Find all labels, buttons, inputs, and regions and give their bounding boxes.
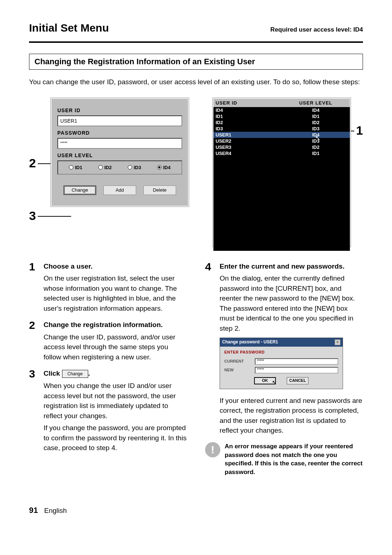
page-title: Initial Set Menu <box>29 22 109 34</box>
step-2-body: Change the user ID, password, and/or use… <box>44 332 187 362</box>
list-item-id[interactable]: USER3 <box>213 144 282 150</box>
access-level: Required user access level: ID4 <box>270 26 363 33</box>
callout-2: 2 <box>29 156 36 170</box>
list-item-id[interactable]: USER2 <box>213 138 282 144</box>
figure-row: 2 3 USER ID USER1 PASSWORD ***** USER LE… <box>29 98 363 247</box>
radio-icon <box>69 165 73 170</box>
list-item-level[interactable]: ID4 <box>282 107 350 113</box>
list-item-level[interactable]: ID3 <box>282 126 350 132</box>
list-item-id[interactable]: USER1 <box>213 132 282 138</box>
step-3-body-2: If you change the password, you are prom… <box>44 423 187 453</box>
list-item-id[interactable]: ID2 <box>213 119 282 126</box>
step-1-title: Choose a user. <box>44 262 93 270</box>
steps: 1 Choose a user. On the user registratio… <box>29 261 363 477</box>
section-heading: Changing the Registration Information of… <box>29 54 363 70</box>
page-footer: 91 English <box>29 506 363 515</box>
password-label: PASSWORD <box>57 130 182 136</box>
step-3-title-suffix: . <box>88 370 90 377</box>
password-input[interactable]: ***** <box>57 138 182 149</box>
dialog-subtitle: ENTER PASSWORD <box>224 350 338 355</box>
dialog-new-label: NEW <box>224 367 250 373</box>
radio-icon <box>157 165 162 170</box>
radio-id4-label: ID4 <box>163 165 170 170</box>
dialog-ok-label: OK <box>262 378 268 384</box>
list-item-id[interactable]: ID4 <box>213 107 282 113</box>
dialog-ok-button[interactable]: OK↖ <box>254 377 276 384</box>
list-item-id[interactable]: ID1 <box>213 113 282 119</box>
callout-1: 1 <box>356 123 363 138</box>
radio-id1[interactable]: ID1 <box>69 165 82 170</box>
step-4-after: If your entered current and new password… <box>220 396 363 436</box>
radio-id3-label: ID3 <box>134 165 141 170</box>
delete-button[interactable]: Delete <box>143 185 176 195</box>
dialog-cancel-button[interactable]: CANCEL <box>287 377 309 384</box>
user-list[interactable]: ID4ID1ID2ID3USER1USER2USER3USER4 ID4ID1I… <box>213 107 350 251</box>
list-header-userlevel: USER LEVEL <box>282 99 350 107</box>
cursor-icon: ↖ <box>272 379 276 385</box>
add-button[interactable]: Add <box>103 185 136 195</box>
radio-icon <box>128 165 132 170</box>
change-button[interactable]: Change <box>64 185 96 195</box>
radio-id2-label: ID2 <box>104 165 111 170</box>
radio-id3[interactable]: ID3 <box>128 165 141 170</box>
intro-text: You can change the user ID, password, or… <box>29 77 363 87</box>
radio-id1-label: ID1 <box>75 165 82 170</box>
warning-icon: ! <box>205 442 220 457</box>
list-header-userid: USER ID <box>213 99 282 107</box>
step-3-title-prefix: Click <box>44 370 60 377</box>
list-item-level[interactable]: ID2 <box>282 144 350 150</box>
list-item-level[interactable]: ID1 <box>282 150 350 156</box>
callout-3: 3 <box>29 209 36 223</box>
list-panel: USER ID USER LEVEL ID4ID1ID2ID3USER1USER… <box>213 98 351 247</box>
inline-change-button: Change <box>62 370 88 378</box>
page-number: 91 <box>29 506 38 515</box>
step-3-num: 3 <box>29 368 38 453</box>
step-1-num: 1 <box>29 261 38 314</box>
step-2-title: Change the registration information. <box>44 321 163 328</box>
user-level-radio-group: ID1 ID2 ID3 ID4 <box>57 160 182 175</box>
list-item-id[interactable]: USER4 <box>213 150 282 156</box>
step-2-num: 2 <box>29 320 38 362</box>
footer-language: English <box>44 507 67 514</box>
dialog-new-input[interactable]: ***** <box>255 367 338 374</box>
step-4-body: On the dialog, enter the currently defin… <box>220 273 363 333</box>
step-3-body-1: When you change the user ID and/or user … <box>44 381 187 421</box>
step-4-title: Enter the current and new passwords. <box>220 262 344 270</box>
radio-id2[interactable]: ID2 <box>98 165 111 170</box>
close-icon[interactable]: × <box>335 339 340 345</box>
user-id-label: USER ID <box>57 107 182 113</box>
user-id-input[interactable]: USER1 <box>57 115 182 126</box>
list-item-level[interactable]: ID2 <box>282 119 350 126</box>
header-rule <box>29 41 363 43</box>
step-1-body: On the user registration list, select th… <box>44 273 187 313</box>
step-4-num: 4 <box>205 261 215 436</box>
warning-note: ! An error message appears if your reent… <box>205 442 363 477</box>
warning-text: An error message appears if your reenter… <box>225 442 363 477</box>
form-panel: USER ID USER1 PASSWORD ***** USER LEVEL … <box>51 98 189 207</box>
dialog-current-input[interactable]: ***** <box>255 358 338 365</box>
dialog-current-label: CURRENT <box>224 359 250 364</box>
radio-id4[interactable]: ID4 <box>157 165 170 170</box>
callout-3-line <box>38 216 71 217</box>
user-level-label: USER LEVEL <box>57 152 182 158</box>
cursor-icon: ↖ <box>315 134 320 142</box>
list-item-id[interactable]: ID3 <box>213 126 282 132</box>
radio-icon <box>98 165 103 170</box>
dialog-title: Change password - USER1 <box>222 339 278 345</box>
password-dialog: Change password - USER1 × ENTER PASSWORD… <box>220 338 343 389</box>
list-item-level[interactable]: ID1 <box>282 113 350 119</box>
